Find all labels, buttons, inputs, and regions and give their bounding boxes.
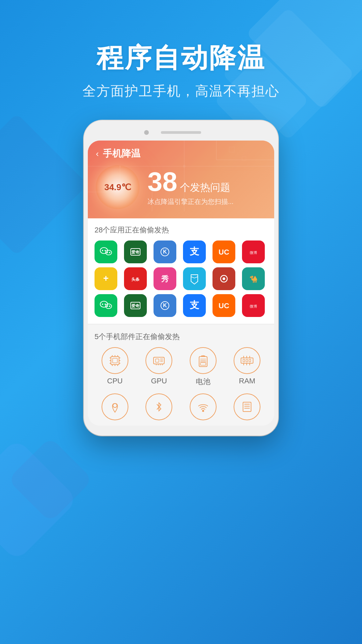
- phone-notch: [88, 126, 274, 139]
- cpu-icon-circle: [102, 347, 128, 374]
- apps-grid: 爱奇 K 支 UC 微博 +: [95, 240, 267, 317]
- location-icon-circle: [102, 393, 128, 420]
- battery-icon: [196, 353, 210, 368]
- hero-title: 程序自动降温: [0, 40, 362, 76]
- app-header: ‹ 手机降温 34.9℃ 38 个发热问题 冰点降温引擎正在为您扫描...: [88, 141, 274, 218]
- component-bluetooth: [139, 393, 180, 420]
- svg-text:支: 支: [189, 300, 199, 310]
- svg-text:微博: 微博: [250, 251, 257, 255]
- svg-text:UC: UC: [219, 302, 229, 310]
- svg-text:支: 支: [189, 246, 199, 257]
- screen-title: 手机降温: [103, 147, 140, 160]
- component-gpu: GPU: [139, 347, 180, 387]
- component-cpu: CPU: [95, 347, 135, 387]
- component-battery: 电池: [183, 347, 224, 387]
- bluetooth-icon: [152, 399, 166, 414]
- issue-info: 38 个发热问题 冰点降温引擎正在为您扫描...: [147, 168, 266, 206]
- app-icon-weibo2[interactable]: 微博: [242, 294, 265, 317]
- svg-point-37: [109, 306, 110, 307]
- temperature-circle: 34.9℃: [96, 165, 139, 209]
- svg-text:头条: 头条: [131, 277, 140, 282]
- app-icon-iqiyi2[interactable]: 爱奇: [124, 294, 147, 317]
- cpu-label: CPU: [107, 377, 123, 385]
- component-wifi: [183, 393, 224, 420]
- svg-rect-76: [246, 359, 248, 362]
- app-icon-health[interactable]: +: [95, 267, 117, 290]
- wifi-icon: [196, 399, 210, 414]
- svg-text:K: K: [163, 249, 167, 255]
- ram-label: RAM: [239, 377, 255, 385]
- phone-mockup: ‹ 手机降温 34.9℃ 38 个发热问题 冰点降温引擎正在为您扫描...: [0, 120, 362, 436]
- svg-text:微博: 微博: [250, 304, 257, 308]
- svg-text:秀: 秀: [161, 275, 169, 283]
- svg-point-36: [107, 306, 108, 307]
- component-storage: [227, 393, 268, 420]
- hero-subtitle: 全方面护卫手机，高温不再担心: [0, 82, 362, 100]
- svg-point-17: [109, 252, 110, 253]
- location-icon: [108, 399, 122, 414]
- components-section-title: 5个手机部件正在偷偷发热: [95, 332, 267, 342]
- app-icon-iqiyi[interactable]: 爱奇: [124, 240, 147, 263]
- component-location: [95, 393, 135, 420]
- bluetooth-icon-circle: [145, 393, 172, 420]
- svg-point-15: [105, 250, 106, 251]
- apps-section: 28个应用正在偷偷发热 爱奇 K 支 U: [88, 218, 274, 324]
- svg-text:爱奇: 爱奇: [131, 250, 140, 255]
- storage-icon-circle: [234, 393, 260, 420]
- app-icon-netease[interactable]: [213, 267, 235, 290]
- gpu-label: GPU: [151, 377, 167, 385]
- wifi-icon-circle: [190, 393, 217, 420]
- components-grid: CPU: [95, 347, 267, 387]
- svg-text:爱奇: 爱奇: [131, 304, 140, 308]
- issue-count-row: 38 个发热问题: [147, 168, 266, 195]
- app-icon-xiu[interactable]: 秀: [154, 267, 176, 290]
- svg-rect-77: [249, 359, 251, 362]
- phone-body: ‹ 手机降温 34.9℃ 38 个发热问题 冰点降温引擎正在为您扫描...: [84, 120, 278, 436]
- app-icon-camel[interactable]: 🐪: [242, 267, 265, 290]
- svg-point-35: [105, 304, 106, 305]
- app-icon-kuwo[interactable]: K: [154, 240, 176, 263]
- app-icon-uc[interactable]: UC: [213, 240, 235, 263]
- battery-icon-circle: [190, 347, 217, 374]
- app-icon-uc2[interactable]: UC: [213, 294, 235, 317]
- issue-label: 个发热问题: [180, 181, 230, 195]
- svg-rect-60: [156, 359, 159, 362]
- app-icon-alipay[interactable]: 支: [183, 240, 206, 263]
- svg-text:+: +: [103, 273, 109, 283]
- gpu-icon: [152, 353, 166, 368]
- phone-speaker: [161, 131, 201, 134]
- hero-section: 程序自动降温 全方面护卫手机，高温不再担心: [0, 0, 362, 100]
- ram-icon: [240, 353, 254, 368]
- app-icon-kuwo2[interactable]: K: [154, 294, 176, 317]
- app-icon-wechat[interactable]: [95, 240, 117, 263]
- app-icon-maps[interactable]: [183, 267, 206, 290]
- issue-description: 冰点降温引擎正在为您扫描...: [147, 197, 266, 206]
- svg-point-16: [107, 252, 108, 253]
- apps-section-title: 28个应用正在偷偷发热: [95, 225, 267, 235]
- battery-label: 电池: [196, 377, 210, 387]
- svg-point-34: [102, 304, 103, 305]
- temperature-value: 34.9℃: [104, 182, 131, 193]
- phone-camera: [144, 130, 149, 135]
- app-icon-weibo[interactable]: 微博: [242, 240, 265, 263]
- bottom-icons-section: [88, 390, 274, 426]
- svg-rect-72: [200, 361, 206, 362]
- svg-rect-45: [111, 357, 119, 365]
- app-nav: ‹ 手机降温: [96, 147, 266, 160]
- app-icon-alipay2[interactable]: 支: [183, 294, 206, 317]
- svg-marker-28: [191, 275, 198, 284]
- storage-icon: [240, 399, 254, 414]
- app-icon-wechat2[interactable]: [95, 294, 117, 317]
- svg-rect-71: [200, 363, 206, 365]
- svg-point-85: [202, 410, 204, 412]
- app-icon-toutiao[interactable]: 头条: [124, 267, 147, 290]
- svg-text:UC: UC: [219, 248, 229, 256]
- cpu-icon: [108, 353, 122, 368]
- components-section: 5个手机部件正在偷偷发热: [88, 325, 274, 390]
- component-ram: RAM: [227, 347, 268, 387]
- svg-text:K: K: [163, 303, 167, 308]
- svg-point-14: [102, 250, 103, 251]
- ram-icon-circle: [234, 347, 260, 374]
- svg-rect-86: [243, 402, 251, 412]
- back-button[interactable]: ‹: [96, 149, 99, 159]
